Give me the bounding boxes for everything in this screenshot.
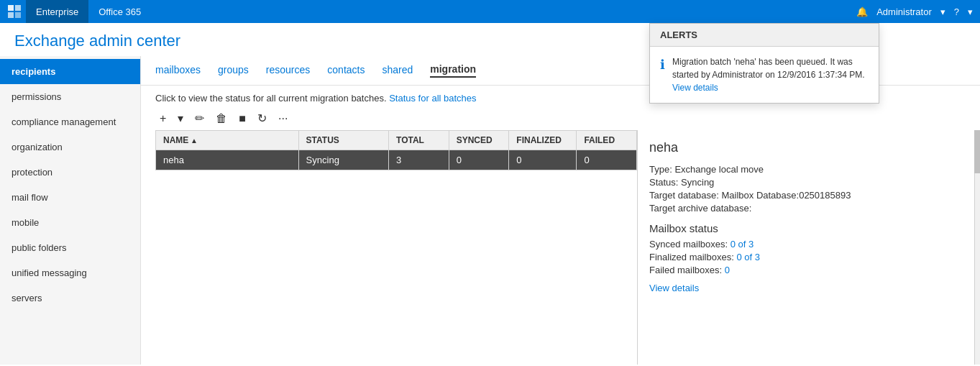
delete-button[interactable]: 🗑 xyxy=(211,110,232,127)
tab-resources[interactable]: resources xyxy=(266,64,310,77)
detail-type-value: Exchange local move xyxy=(674,164,764,175)
cell-finalized: 0 xyxy=(509,150,577,170)
cell-name: neha xyxy=(156,150,299,170)
sidebar-item-unifiedmessaging[interactable]: unified messaging xyxy=(0,260,140,285)
sidebar-item-permissions[interactable]: permissions xyxy=(0,84,140,109)
edit-icon: ✏ xyxy=(195,111,204,125)
tab-migration[interactable]: migration xyxy=(430,63,476,78)
user-dropdown-icon[interactable]: ▾ xyxy=(940,6,945,17)
tab-shared[interactable]: shared xyxy=(382,64,413,77)
detail-panel: neha Type: Exchange local move Status: S… xyxy=(637,130,980,365)
top-bar-right: 🔔 Administrator ▾ ? ▾ xyxy=(856,6,973,17)
sidebar-item-mailflow[interactable]: mail flow xyxy=(0,185,140,210)
detail-type-label: Type: xyxy=(649,164,672,175)
stop-icon: ■ xyxy=(239,112,246,125)
sidebar-item-publicfolders[interactable]: public folders xyxy=(0,235,140,260)
user-menu[interactable]: Administrator xyxy=(876,6,932,17)
alert-info-icon: ℹ xyxy=(660,57,665,73)
detail-target-db-label: Target database: xyxy=(649,190,719,201)
top-bar: Enterprise Office 365 🔔 Administrator ▾ … xyxy=(0,0,980,23)
sidebar: recipients permissions compliance manage… xyxy=(0,56,141,365)
scrollbar-thumb[interactable] xyxy=(974,130,980,173)
detail-status: Status: Syncing xyxy=(649,177,968,188)
alert-popup: ALERTS ℹ Migration batch 'neha' has been… xyxy=(649,23,879,104)
col-failed[interactable]: FAILED xyxy=(577,131,637,150)
table-body: neha Syncing 3 0 0 0 xyxy=(156,150,637,170)
detail-status-value: Syncing xyxy=(681,177,714,188)
help-button[interactable]: ? xyxy=(954,6,959,17)
tab-contacts[interactable]: contacts xyxy=(327,64,365,77)
alert-view-details-link[interactable]: View details xyxy=(672,83,718,93)
detail-type: Type: Exchange local move xyxy=(649,164,968,175)
detail-status-label: Status: xyxy=(649,177,678,188)
add-dropdown-icon: ▾ xyxy=(178,111,183,125)
help-dropdown-icon[interactable]: ▾ xyxy=(968,6,973,17)
svg-rect-1 xyxy=(15,5,21,11)
migration-table: NAME STATUS TOTAL SYNCED FINALIZED FAILE… xyxy=(155,130,637,170)
add-icon: + xyxy=(160,112,166,125)
detail-synced-value: 0 of 3 xyxy=(731,239,754,250)
svg-rect-2 xyxy=(8,12,14,18)
col-synced[interactable]: SYNCED xyxy=(449,131,509,150)
stop-button[interactable]: ■ xyxy=(234,110,250,127)
sidebar-item-recipients[interactable]: recipients xyxy=(0,59,140,84)
detail-title: neha xyxy=(649,140,968,155)
svg-rect-0 xyxy=(8,5,14,11)
detail-failed: Failed mailboxes: 0 xyxy=(649,265,968,275)
status-all-batches-link[interactable]: Status for all batches xyxy=(389,93,476,104)
refresh-button[interactable]: ↻ xyxy=(253,109,271,127)
cell-total: 3 xyxy=(389,150,449,170)
detail-target-db-value: Mailbox Database:0250185893 xyxy=(721,190,851,201)
detail-target-archive-label: Target archive database: xyxy=(649,203,751,214)
alert-message: Migration batch 'neha' has been queued. … xyxy=(672,57,865,80)
detail-finalized-label: Finalized mailboxes: xyxy=(649,252,734,262)
tab-office365[interactable]: Office 365 xyxy=(88,0,151,23)
sidebar-item-mobile[interactable]: mobile xyxy=(0,210,140,235)
top-bar-left: Enterprise Office 365 xyxy=(7,0,151,23)
alert-header: ALERTS xyxy=(650,24,879,47)
detail-mailbox-status-title: Mailbox status xyxy=(649,222,968,234)
svg-rect-3 xyxy=(15,12,21,18)
detail-synced: Synced mailboxes: 0 of 3 xyxy=(649,239,968,250)
alert-text: Migration batch 'neha' has been queued. … xyxy=(672,55,869,94)
col-finalized[interactable]: FINALIZED xyxy=(509,131,577,150)
detail-synced-label: Synced mailboxes: xyxy=(649,239,728,250)
sidebar-item-servers[interactable]: servers xyxy=(0,285,140,311)
refresh-icon: ↻ xyxy=(257,111,267,125)
sidebar-item-organization[interactable]: organization xyxy=(0,134,140,160)
table-row[interactable]: neha Syncing 3 0 0 0 xyxy=(156,150,637,170)
alert-body: ℹ Migration batch 'neha' has been queued… xyxy=(650,47,879,103)
status-link-text: Click to view the status for all current… xyxy=(155,93,387,104)
sidebar-item-compliance[interactable]: compliance management xyxy=(0,109,140,134)
detail-view-details-link[interactable]: View details xyxy=(649,283,699,293)
app-logo xyxy=(7,4,22,19)
cell-failed: 0 xyxy=(577,150,637,170)
detail-failed-label: Failed mailboxes: xyxy=(649,265,722,275)
delete-icon: 🗑 xyxy=(216,112,227,125)
col-total[interactable]: TOTAL xyxy=(389,131,449,150)
cell-status: Syncing xyxy=(298,150,388,170)
cell-synced: 0 xyxy=(449,150,509,170)
detail-target-db: Target database: Mailbox Database:025018… xyxy=(649,190,968,201)
add-button[interactable]: + xyxy=(155,110,170,127)
add-dropdown-button[interactable]: ▾ xyxy=(173,109,188,127)
detail-failed-value: 0 xyxy=(725,265,730,275)
more-button[interactable]: ··· xyxy=(274,110,292,127)
edit-button[interactable]: ✏ xyxy=(191,109,209,127)
table-wrapper: NAME STATUS TOTAL SYNCED FINALIZED FAILE… xyxy=(155,130,637,365)
table-header: NAME STATUS TOTAL SYNCED FINALIZED FAILE… xyxy=(156,131,637,150)
bell-icon[interactable]: 🔔 xyxy=(856,6,868,17)
sidebar-item-protection[interactable]: protection xyxy=(0,160,140,185)
tab-mailboxes[interactable]: mailboxes xyxy=(155,64,201,77)
table-detail-layout: NAME STATUS TOTAL SYNCED FINALIZED FAILE… xyxy=(141,130,980,365)
tab-enterprise[interactable]: Enterprise xyxy=(26,0,88,23)
toolbar-buttons: + ▾ ✏ 🗑 ■ ↻ ··· xyxy=(155,109,966,127)
col-status[interactable]: STATUS xyxy=(298,131,388,150)
col-name[interactable]: NAME xyxy=(156,131,299,150)
detail-finalized: Finalized mailboxes: 0 of 3 xyxy=(649,252,968,262)
scrollbar-track[interactable] xyxy=(974,130,980,365)
detail-target-archive: Target archive database: xyxy=(649,203,968,214)
tab-groups[interactable]: groups xyxy=(218,64,249,77)
detail-finalized-value: 0 of 3 xyxy=(736,252,760,262)
more-icon: ··· xyxy=(278,112,288,125)
